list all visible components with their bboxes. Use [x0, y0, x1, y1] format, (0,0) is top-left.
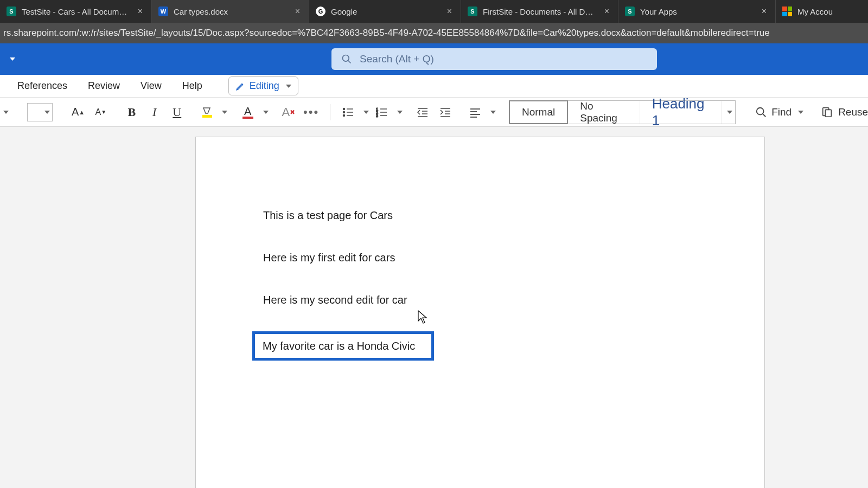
numbering-dropdown[interactable]: [397, 111, 403, 114]
editing-mode-button[interactable]: Editing: [228, 76, 298, 95]
styles-more-button[interactable]: [722, 101, 735, 124]
tab-title: FirstSite - Documents - All Docu: [483, 7, 597, 16]
numbering-icon: 123: [376, 107, 388, 118]
paragraph[interactable]: This is a test page for Cars: [263, 208, 697, 223]
bullets-dropdown[interactable]: [363, 111, 369, 114]
align-left-icon: [469, 107, 481, 118]
search-icon: [341, 54, 352, 65]
sharepoint-icon: S: [625, 7, 635, 16]
paragraph[interactable]: Here is my first edit for cars: [263, 250, 697, 265]
bold-button[interactable]: B: [122, 102, 142, 123]
app-menu-chevron[interactable]: [3, 55, 20, 63]
svg-point-5: [343, 111, 345, 113]
style-heading1[interactable]: Heading 1: [640, 101, 722, 124]
svg-line-1: [348, 61, 351, 63]
tab-view[interactable]: View: [141, 80, 162, 92]
find-label: Find: [771, 106, 792, 118]
close-icon[interactable]: ×: [293, 7, 302, 16]
svg-point-0: [343, 55, 349, 62]
bullets-icon: [342, 107, 354, 118]
browser-tab-active[interactable]: W Car types.docx ×: [152, 0, 309, 23]
reuse-label: Reuse: [838, 106, 868, 118]
browser-tab[interactable]: S Your Apps ×: [618, 0, 776, 23]
url-text: rs.sharepoint.com/:w:/r/sites/TestSite/_…: [3, 28, 770, 38]
more-formatting-button[interactable]: •••: [302, 102, 321, 123]
close-icon[interactable]: ×: [602, 7, 611, 16]
svg-point-3: [343, 108, 345, 110]
highlighter-icon: [201, 106, 213, 119]
browser-tab[interactable]: G Google ×: [309, 0, 461, 23]
app-header: Search (Alt + Q): [0, 43, 868, 75]
italic-button[interactable]: I: [145, 102, 164, 123]
close-icon[interactable]: ×: [760, 7, 769, 16]
highlight-dropdown[interactable]: [222, 111, 227, 114]
browser-tab[interactable]: S TestSite - Cars - All Documents ×: [0, 0, 152, 23]
styles-gallery: Normal No Spacing Heading 1: [509, 100, 736, 124]
font-color-button[interactable]: A: [238, 102, 258, 123]
indent-icon: [439, 107, 451, 118]
reuse-files-button[interactable]: Reuse: [821, 106, 868, 118]
shrink-font-button[interactable]: A▼: [91, 102, 111, 123]
svg-rect-30: [825, 110, 831, 117]
outdent-icon: [417, 107, 429, 118]
underline-button[interactable]: U: [167, 102, 187, 123]
url-bar[interactable]: rs.sharepoint.com/:w:/r/sites/TestSite/_…: [0, 23, 868, 43]
tab-title: Car types.docx: [174, 7, 288, 16]
tab-help[interactable]: Help: [182, 80, 202, 92]
search-placeholder: Search (Alt + Q): [360, 53, 434, 65]
editing-mode-label: Editing: [250, 80, 279, 92]
tab-title: TestSite - Cars - All Documents: [22, 7, 130, 16]
word-icon: W: [158, 7, 168, 16]
numbering-button[interactable]: 123: [372, 102, 392, 123]
tab-title: My Accou: [797, 7, 861, 16]
browser-tab[interactable]: My Accou: [776, 0, 868, 23]
svg-point-27: [757, 107, 764, 114]
font-size-input[interactable]: [27, 103, 53, 121]
style-normal[interactable]: Normal: [509, 100, 568, 124]
svg-rect-2: [202, 115, 212, 118]
paragraph[interactable]: Here is my second edit for car: [263, 292, 697, 307]
grow-font-button[interactable]: A▲: [68, 102, 88, 123]
decrease-indent-button[interactable]: [413, 102, 432, 123]
font-color-dropdown[interactable]: [263, 111, 269, 114]
sharepoint-icon: S: [7, 7, 16, 16]
svg-point-7: [343, 114, 345, 116]
document-page[interactable]: This is a test page for Cars Here is my …: [195, 137, 765, 488]
tab-references[interactable]: References: [17, 80, 67, 92]
close-icon[interactable]: ×: [445, 7, 454, 16]
bullets-button[interactable]: [339, 102, 358, 123]
svg-line-28: [763, 113, 766, 117]
svg-text:3: 3: [376, 114, 378, 118]
microsoft-icon: [782, 7, 792, 16]
clear-formatting-button[interactable]: A✖: [279, 102, 298, 123]
canvas-area: This is a test page for Cars Here is my …: [0, 127, 868, 488]
align-dropdown[interactable]: [490, 111, 496, 114]
style-no-spacing[interactable]: No Spacing: [568, 101, 640, 124]
highlighted-text-box[interactable]: My favorite car is a Honda Civic: [252, 331, 434, 361]
tab-title: Your Apps: [640, 7, 754, 16]
formatting-toolbar: A▲ A▼ B I U A A✖ ••• 123 Normal No Spaci…: [0, 98, 868, 127]
tab-title: Google: [331, 7, 439, 16]
close-icon[interactable]: ×: [136, 7, 145, 16]
pencil-icon: [235, 81, 245, 91]
highlight-button[interactable]: [197, 102, 217, 123]
find-button[interactable]: Find: [755, 106, 803, 118]
align-button[interactable]: [465, 102, 485, 123]
increase-indent-button[interactable]: [436, 102, 455, 123]
browser-tab-strip: S TestSite - Cars - All Documents × W Ca…: [0, 0, 868, 23]
ribbon-tabs: References Review View Help Editing: [0, 75, 868, 98]
search-icon: [755, 106, 767, 118]
browser-tab[interactable]: S FirstSite - Documents - All Docu ×: [461, 0, 618, 23]
reuse-icon: [821, 106, 834, 118]
font-family-dropdown[interactable]: [3, 111, 9, 114]
google-icon: G: [316, 7, 326, 16]
search-input[interactable]: Search (Alt + Q): [331, 48, 657, 70]
sharepoint-icon: S: [468, 7, 477, 16]
tab-review[interactable]: Review: [88, 80, 120, 92]
